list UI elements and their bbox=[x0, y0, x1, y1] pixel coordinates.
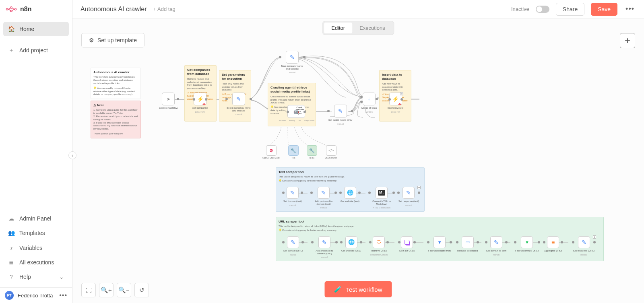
node-set-domain-text[interactable]: Set domain (text)manual bbox=[283, 187, 302, 206]
node-set-response-text[interactable]: ⊞Set response (text)manual bbox=[398, 187, 419, 206]
tool-icon: 🔧 bbox=[309, 148, 315, 153]
code-icon: </> bbox=[328, 148, 334, 153]
node-get-companies[interactable]: Get companies get all rows bbox=[192, 93, 208, 113]
node-remove-dup[interactable]: Remove duplicated bbox=[457, 236, 478, 252]
node-openai[interactable]: ⚙OpenAI Chat Model bbox=[262, 145, 280, 159]
workflow-title[interactable]: Autonomous AI crawler bbox=[80, 6, 147, 13]
node-merge[interactable]: Merge all data combine bbox=[361, 93, 377, 113]
svg-point-3 bbox=[14, 8, 16, 10]
templates-icon: 👥 bbox=[8, 230, 14, 236]
agent-tools: ⚙OpenAI Chat Model 🔧Text 🔧URLs </>JSON P… bbox=[262, 145, 337, 159]
fit-view-button[interactable]: ⛶ bbox=[81, 283, 96, 297]
node-urls-tool[interactable]: 🔧URLs bbox=[307, 145, 317, 159]
sticky-text-tool[interactable]: Text scraper tool This tool is designed … bbox=[276, 167, 425, 212]
sidebar-item-admin[interactable]: ☁Admin Panel bbox=[3, 211, 69, 226]
sticky-url-tool[interactable]: URL scraper tool This tool is designed t… bbox=[276, 217, 604, 261]
plus-icon: ＋ bbox=[8, 47, 14, 54]
node-split-urls[interactable]: Split out URLs bbox=[399, 236, 415, 252]
node-text-tool[interactable]: 🔧Text bbox=[288, 145, 299, 159]
sidebar-collapse-button[interactable]: ‹ bbox=[68, 151, 76, 159]
logo-text: n8n bbox=[20, 6, 31, 13]
node-aggregate[interactable]: Aggregate URLs bbox=[544, 236, 562, 252]
flask-icon: 🧪 bbox=[334, 286, 342, 293]
n8n-logo-icon bbox=[6, 5, 17, 13]
node-crawl-website[interactable]: Crawl websiteTools Agent Chat Model Memo… bbox=[278, 105, 314, 122]
user-name: Federico Trotta bbox=[18, 293, 55, 299]
node-get-website-text[interactable]: Get website (text) bbox=[341, 187, 359, 203]
sidebar: n8n 🏠Home ＋Add project ☁Admin Panel 👥Tem… bbox=[0, 0, 72, 303]
canvas[interactable]: Editor Executions ⚙Set up template + bbox=[72, 19, 644, 303]
chevron-down-icon: ⌄ bbox=[36, 274, 64, 280]
node-execute-workflow[interactable]: Execute workflow bbox=[159, 93, 178, 109]
node-filter-invalid[interactable]: Filter out invalid URLs bbox=[515, 236, 539, 252]
node-insert[interactable]: ⊞ Insert new row create row bbox=[388, 93, 403, 113]
canvas-controls: ⛶ 🔍+ 🔍− ↺ bbox=[81, 283, 149, 297]
sidebar-item-variables[interactable]: 𝑥Variables bbox=[3, 240, 69, 255]
sidebar-item-home[interactable]: 🏠Home bbox=[3, 22, 69, 36]
reset-button[interactable]: ↺ bbox=[134, 283, 149, 297]
sticky-note[interactable]: ⚠ Note 1. Complete video guide for this … bbox=[91, 101, 141, 138]
variables-icon: 𝑥 bbox=[8, 244, 14, 251]
workflow-graph[interactable]: Autonomous AI crawler This workflow auto… bbox=[72, 19, 644, 303]
node-add-proto-url[interactable]: Add protocool to domain (URL)manual bbox=[312, 236, 336, 259]
topbar: Autonomous AI crawler + Add tag Inactive… bbox=[72, 0, 644, 19]
tool-icon: 🔧 bbox=[291, 148, 296, 153]
active-label: Inactive bbox=[511, 6, 529, 12]
sidebar-item-executions[interactable]: ≣All executions bbox=[3, 255, 69, 270]
share-button[interactable]: Share bbox=[556, 3, 584, 16]
save-button[interactable]: Save bbox=[591, 3, 617, 16]
node-set-response-url[interactable]: ⊞Set response (URL)manual bbox=[573, 236, 594, 256]
workflow-more-button[interactable]: ••• bbox=[624, 5, 636, 13]
sidebar-item-templates[interactable]: 👥Templates bbox=[3, 226, 69, 240]
sticky-intro[interactable]: Autonomous AI crawler This workflow auto… bbox=[91, 68, 141, 99]
node-get-website-url[interactable]: Get website (URL) bbox=[341, 236, 361, 252]
node-filter-empty[interactable]: Filter out empty hrefs bbox=[428, 236, 451, 252]
svg-point-0 bbox=[6, 8, 8, 10]
node-set-domain-url[interactable]: Set domain (URL)manual bbox=[283, 236, 303, 256]
help-icon: ? bbox=[8, 274, 14, 280]
cloud-icon: ☁ bbox=[8, 215, 14, 222]
list-icon: ≣ bbox=[8, 259, 14, 266]
node-retrieve-urls[interactable]: Retrieve URLsextractHtmlContent bbox=[370, 236, 388, 256]
node-set-domain-path[interactable]: Set domain to pathmanual bbox=[486, 236, 506, 256]
sidebar-item-help[interactable]: ?Help⌄ bbox=[3, 270, 69, 284]
svg-point-1 bbox=[10, 7, 12, 8]
node-map-company[interactable]: Map company name and website manual bbox=[280, 51, 304, 74]
openai-icon: ⚙ bbox=[269, 148, 273, 153]
test-workflow-button[interactable]: 🧪Test workflow bbox=[324, 281, 392, 297]
node-json-parser[interactable]: </>JSON Parser bbox=[325, 145, 337, 159]
avatar: FT bbox=[5, 291, 14, 300]
logo[interactable]: n8n bbox=[0, 0, 72, 19]
home-icon: 🏠 bbox=[8, 26, 14, 32]
active-toggle[interactable] bbox=[536, 6, 549, 13]
sidebar-item-add-project[interactable]: ＋Add project bbox=[3, 43, 69, 58]
svg-point-2 bbox=[10, 10, 12, 12]
zoom-in-button[interactable]: 🔍+ bbox=[99, 283, 114, 297]
zoom-out-button[interactable]: 🔍− bbox=[117, 283, 131, 297]
node-convert-md[interactable]: Convert HTML to MarkdownHTML to Markdown bbox=[369, 187, 394, 209]
add-tag-button[interactable]: + Add tag bbox=[153, 6, 175, 12]
more-icon[interactable]: ••• bbox=[59, 292, 67, 299]
node-set-social[interactable]: Set social media array manual bbox=[328, 105, 352, 125]
user-menu[interactable]: FT Federico Trotta ••• bbox=[0, 287, 72, 303]
node-add-proto-text[interactable]: Add protocool to domain (text)manual bbox=[312, 187, 336, 209]
node-select-company[interactable]: Select company name and website manual bbox=[227, 93, 251, 115]
